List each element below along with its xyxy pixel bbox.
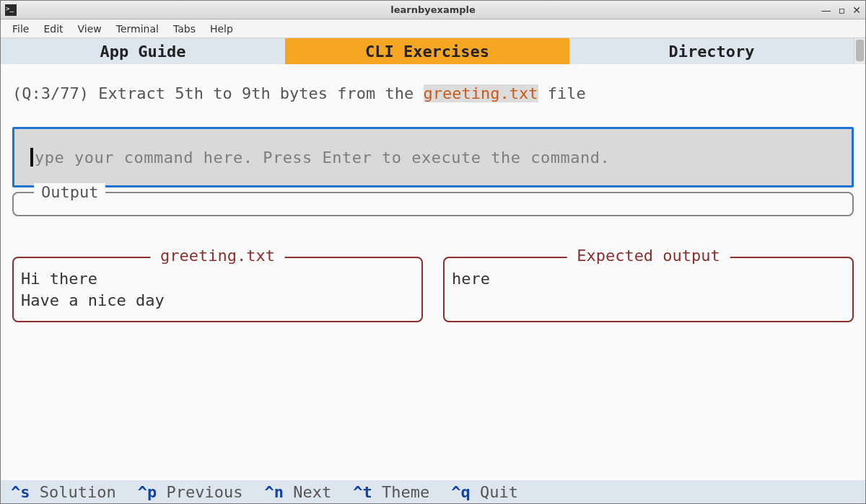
footer-shortcuts: ^s Solution ^p Previous ^n Next ^t Theme… (1, 480, 865, 503)
shortcut-quit[interactable]: ^q Quit (451, 483, 518, 501)
menu-view[interactable]: View (71, 21, 109, 37)
text-caret-icon (30, 148, 33, 167)
output-panel: Output (12, 192, 854, 216)
shortcut-solution[interactable]: ^s Solution (11, 483, 116, 501)
close-icon[interactable]: ✕ (852, 4, 861, 16)
question-part-2: file (538, 84, 586, 102)
tabs-scrollbar-thumb[interactable] (856, 40, 864, 61)
shortcut-solution-key: ^s (11, 483, 30, 501)
command-input[interactable]: ype your command here. Press Enter to ex… (12, 127, 854, 187)
shortcut-solution-label: Solution (40, 483, 116, 501)
command-input-placeholder: ype your command here. Press Enter to ex… (35, 149, 610, 167)
tab-cli-exercises[interactable]: CLI Exercises (285, 38, 569, 64)
shortcut-previous-label: Previous (166, 483, 242, 501)
shortcut-previous-key: ^p (138, 483, 157, 501)
source-file-panel: greeting.txt Hi there Have a nice day (12, 257, 423, 322)
shortcut-theme[interactable]: ^t Theme (353, 483, 429, 501)
tabs-row: App Guide CLI Exercises Directory (1, 38, 865, 64)
tabs-scrollbar[interactable] (854, 38, 865, 64)
content-area: (Q:3/77) Extract 5th to 9th bytes from t… (1, 64, 865, 480)
shortcut-next[interactable]: ^n Next (264, 483, 331, 501)
menubar: File Edit View Terminal Tabs Help (1, 19, 865, 38)
app-area: App Guide CLI Exercises Directory (Q:3/7… (1, 38, 865, 503)
shortcut-previous[interactable]: ^p Previous (138, 483, 243, 501)
menu-edit[interactable]: Edit (36, 21, 70, 37)
source-file-body: Hi there Have a nice day (21, 268, 414, 311)
menu-terminal[interactable]: Terminal (109, 21, 166, 37)
expected-output-legend-text: Expected output (577, 247, 720, 265)
window-root: learnbyexample — ▫ ✕ File Edit View Term… (0, 0, 866, 504)
menu-file[interactable]: File (5, 21, 36, 37)
shortcut-quit-label: Quit (480, 483, 518, 501)
menu-help[interactable]: Help (203, 21, 240, 37)
tab-app-guide[interactable]: App Guide (1, 38, 285, 64)
shortcut-next-key: ^n (264, 483, 284, 501)
source-file-legend-text: greeting.txt (160, 247, 275, 265)
terminal-app-icon (5, 4, 17, 16)
shortcut-next-label: Next (293, 483, 331, 501)
question-part-1: Extract 5th to 9th bytes from the (89, 84, 424, 102)
output-legend: Output (34, 183, 105, 201)
maximize-icon[interactable]: ▫ (839, 4, 846, 16)
question-text: (Q:3/77) Extract 5th to 9th bytes from t… (12, 84, 854, 102)
titlebar: learnbyexample — ▫ ✕ (1, 1, 865, 19)
expected-output-body: here (452, 268, 845, 290)
expected-output-legend: Expected output (567, 247, 730, 265)
shortcut-theme-label: Theme (382, 483, 429, 501)
shortcut-theme-key: ^t (353, 483, 372, 501)
shortcut-quit-key: ^q (451, 483, 471, 501)
minimize-icon[interactable]: — (821, 4, 831, 16)
question-counter: (Q:3/77) (12, 84, 89, 102)
question-filename: greeting.txt (424, 84, 538, 102)
tab-directory[interactable]: Directory (569, 38, 854, 64)
menu-tabs[interactable]: Tabs (166, 21, 203, 37)
window-title: learnbyexample (1, 4, 865, 15)
window-controls: — ▫ ✕ (821, 1, 861, 19)
panels-row: greeting.txt Hi there Have a nice day Ex… (12, 257, 854, 322)
source-file-legend: greeting.txt (150, 247, 285, 265)
expected-output-panel: Expected output here (443, 257, 854, 322)
